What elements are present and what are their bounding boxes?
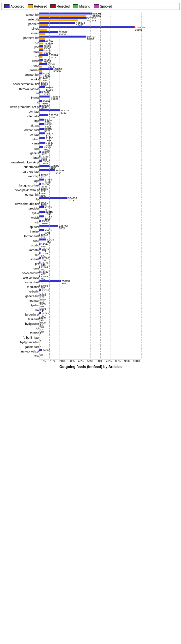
bar-row: ipartners-bin55478768055 <box>1 36 180 40</box>
row-label: lodman-fast <box>1 128 39 132</box>
bar-values: 711355628 <box>46 137 53 142</box>
row-label: futuro <box>1 137 39 142</box>
accepted-bar <box>39 211 45 213</box>
bar-row: atman21968775254 <box>1 31 180 36</box>
bar-cell: 1335201 <box>39 303 180 308</box>
bar-values: 5522371 <box>44 206 52 211</box>
legend-label: Rejected <box>57 5 69 8</box>
refused-value: 395 <box>62 282 70 285</box>
bar-cell: 721424140 <box>39 142 180 146</box>
bar-row: news.pekin.waw.pl135322211 <box>1 188 180 192</box>
row-label: gazeta <box>1 151 39 155</box>
legend-label: ReFused <box>34 5 47 8</box>
bar-cell: 5522371 <box>39 206 180 211</box>
row-label: prz <box>1 262 39 266</box>
bar-cell: 557752451448 <box>39 17 180 22</box>
bar-values: 619001552952 <box>92 13 101 17</box>
bar-values: 190964 <box>40 322 46 326</box>
bar-cell: 13486325 <box>39 285 180 289</box>
row-label: news.netmaniak.net <box>1 82 39 86</box>
row-label: pse <box>1 45 39 49</box>
bar-row: lodman-bin79522107 <box>1 192 180 197</box>
bar-values: 676151353 <box>45 211 53 215</box>
accepted-bar <box>39 225 58 227</box>
bar-row: uw-fast683145784 <box>1 132 180 137</box>
bar-values: 4605035346 <box>44 59 51 63</box>
bar-row: tpi3346032079 <box>1 197 180 202</box>
accepted-bar <box>39 45 43 47</box>
accepted-bar <box>39 17 87 19</box>
bar-values: 13486325 <box>41 285 48 289</box>
row-label: provider <box>1 206 39 211</box>
legend-color <box>73 4 78 8</box>
row-label: bydgoszcz <box>1 322 39 326</box>
refused-bar <box>39 47 43 49</box>
bar-row: onet9750334332 <box>1 63 180 68</box>
bar-cell: 0 <box>39 345 180 349</box>
refused-value: 6732 <box>61 112 69 114</box>
row-label: news-archive <box>1 271 39 275</box>
accepted-bar <box>39 160 42 162</box>
bar-cell: 0 <box>39 340 180 345</box>
accepted-bar <box>39 49 43 51</box>
bar-cell: 560655826 <box>39 128 180 132</box>
accepted-bar <box>39 72 42 74</box>
bar-cell: 12545928 <box>39 234 180 238</box>
bar-values: 1320813206 <box>41 82 48 86</box>
row-label: ict-fast <box>1 257 39 262</box>
bar-cell: 822996 <box>39 317 180 322</box>
refused-bar <box>39 167 39 169</box>
row-label: pwr-fast <box>1 109 39 114</box>
accepted-bar <box>39 142 45 144</box>
bar-row: ipartners-fast1856383424 <box>1 169 180 174</box>
row-label: e-wro <box>1 142 39 146</box>
bar-values: 12864480 <box>41 266 48 271</box>
refused-value: 90605 <box>135 29 145 31</box>
bar-row: ict38423 <box>1 326 180 331</box>
bar-cell: 637105351 <box>39 119 180 123</box>
row-label: agh <box>1 179 39 183</box>
bar-row: coi6729052069 <box>1 40 180 45</box>
row-label: korbank <box>1 248 39 252</box>
row-label: studio <box>1 243 39 248</box>
refused-bar <box>39 29 47 31</box>
refused-bar <box>39 107 40 109</box>
refused-value: 11796 <box>42 93 49 96</box>
legend-item: Accepted <box>4 4 24 8</box>
bar-values: 425094104551 <box>76 22 85 26</box>
bar-chart: atman-bin619001552952astercity5577524514… <box>1 13 180 358</box>
bar-cell: 15895730560 <box>39 68 180 72</box>
accepted-bar <box>39 248 41 250</box>
bar-row: sgh235071096 <box>1 220 180 225</box>
bar-cell: 5135638303 <box>39 49 180 54</box>
row-label: supermedia <box>1 165 39 169</box>
bar-row: nask81438759 <box>1 238 180 243</box>
accepted-bar <box>39 243 40 245</box>
row-label: news.promontel.net.pl <box>1 105 39 109</box>
bar-values: 109601899 <box>41 202 48 206</box>
row-label: cyf-kr <box>1 211 39 215</box>
bar-row: news.chmurka.net109601899 <box>1 202 180 206</box>
bar-values: 2455176732 <box>61 109 69 114</box>
bar-cell: 1237803759 <box>39 165 180 169</box>
row-label: coi <box>1 40 39 45</box>
bar-row: newsfeed.lukawski.pl330483844 <box>1 160 180 165</box>
x-tick: 40% <box>76 359 86 363</box>
row-label: intelink <box>1 229 39 234</box>
row-label: rmf <box>1 54 39 59</box>
bar-values: 4039715350 <box>43 72 50 77</box>
bar-values: 1237803759 <box>50 165 59 169</box>
bar-cell: 2257421089 <box>39 225 180 229</box>
bar-values: 15895730560 <box>53 68 62 72</box>
bar-row: astercity557752451448 <box>1 17 180 22</box>
row-label: lublin <box>1 59 39 63</box>
accepted-bar <box>39 174 40 176</box>
bar-row: axelspringer13442463 <box>1 275 180 280</box>
bar-values: 38423 <box>40 326 44 331</box>
accepted-bar <box>39 349 42 351</box>
accepted-bar <box>39 188 40 190</box>
accepted-bar <box>39 266 40 268</box>
bar-cell: 1890217 <box>39 298 180 303</box>
legend-item: ReFused <box>28 4 47 8</box>
bar-values: 1448814000 <box>41 77 48 82</box>
